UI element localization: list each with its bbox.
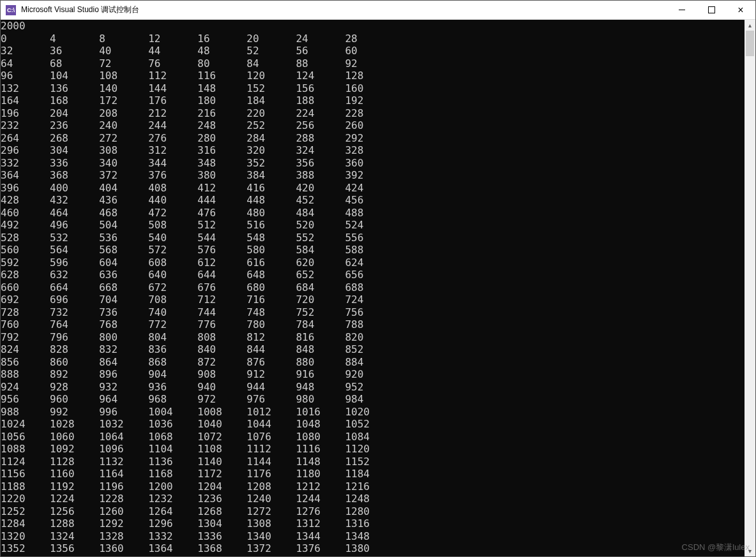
scroll-thumb[interactable] bbox=[746, 31, 754, 56]
scroll-up-button[interactable]: ▴ bbox=[745, 20, 755, 31]
minimize-button[interactable] bbox=[667, 1, 697, 19]
window-controls: × bbox=[667, 1, 755, 19]
vertical-scrollbar[interactable]: ▴ ▾ bbox=[745, 20, 755, 556]
maximize-button[interactable] bbox=[697, 1, 726, 19]
close-button[interactable]: × bbox=[726, 1, 755, 19]
window-title: Microsoft Visual Studio 调试控制台 bbox=[21, 4, 667, 15]
console-window: C:\ Microsoft Visual Studio 调试控制台 × 2000… bbox=[0, 0, 756, 557]
scroll-down-button[interactable]: ▾ bbox=[745, 546, 755, 556]
console-output[interactable]: 2000 0 4 8 12 16 20 24 28 32 36 40 44 48… bbox=[1, 20, 745, 556]
app-icon: C:\ bbox=[6, 5, 16, 15]
client-area: 2000 0 4 8 12 16 20 24 28 32 36 40 44 48… bbox=[1, 20, 755, 556]
titlebar[interactable]: C:\ Microsoft Visual Studio 调试控制台 × bbox=[1, 1, 755, 20]
